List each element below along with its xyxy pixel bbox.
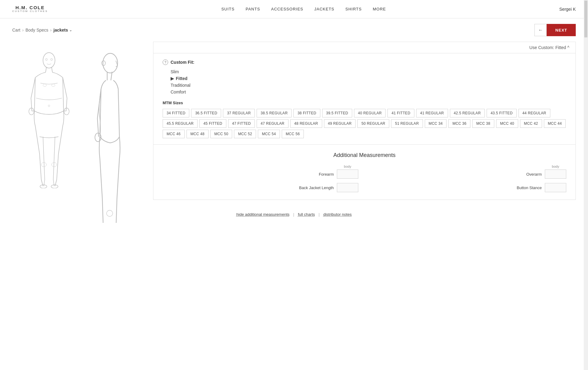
svg-point-12: [46, 59, 47, 61]
size-btn-45.5-regular[interactable]: 45.5 REGULAR: [163, 119, 198, 128]
scrollbar-thumb[interactable]: [584, 1, 587, 37]
breadcrumb-dropdown-icon[interactable]: ⌄: [69, 28, 72, 32]
breadcrumb-cart[interactable]: Cart: [12, 28, 20, 32]
use-custom-bar[interactable]: Use Custom: Fitted ^: [153, 42, 576, 53]
meas-col-left: Forearm Back Jacket Length: [163, 170, 358, 192]
size-btn-34-fitted[interactable]: 34 FITTED: [163, 109, 189, 117]
svg-line-1: [46, 67, 47, 72]
size-btn-mcc-50[interactable]: MCC 50: [210, 130, 232, 138]
size-btn-41-regular[interactable]: 41 REGULAR: [416, 109, 448, 117]
breadcrumb: Cart › Body Specs › jackets ⌄: [12, 28, 72, 32]
svg-point-13: [51, 59, 53, 61]
right-panel: Use Custom: Fitted ^ ? Custom Fit: Slim …: [153, 42, 576, 200]
size-btn-mcc-34[interactable]: MCC 34: [425, 119, 447, 128]
size-btn-45-fitted[interactable]: 45 FITTED: [199, 119, 226, 128]
size-btn-47-regular[interactable]: 47 REGULAR: [257, 119, 288, 128]
fit-option-slim[interactable]: Slim: [171, 69, 566, 74]
nav-jackets[interactable]: JACKETS: [314, 7, 334, 11]
meas-label-back-jacket: Back Jacket Length: [163, 185, 334, 190]
meas-input-overarm[interactable]: [545, 170, 566, 179]
size-btn-mcc-42[interactable]: MCC 42: [520, 119, 542, 128]
meas-input-back-jacket[interactable]: [337, 183, 358, 192]
sizes-grid: 34 FITTED36.5 FITTED37 REGULAR38.5 REGUL…: [163, 109, 566, 138]
size-btn-mcc-44[interactable]: MCC 44: [544, 119, 566, 128]
scrollbar-track: [584, 0, 588, 223]
meas-item-back-jacket: Back Jacket Length: [163, 183, 358, 192]
svg-point-11: [64, 108, 69, 115]
size-btn-36.5-fitted[interactable]: 36.5 FITTED: [191, 109, 221, 117]
additional-measurements: Additional Measurements body body Forear…: [153, 145, 576, 200]
size-btn-48-regular[interactable]: 48 REGULAR: [290, 119, 322, 128]
svg-point-5: [43, 84, 46, 86]
fit-options: Slim ▶ Fitted Traditional Comfort: [163, 69, 566, 94]
meas-cols-wrapper: Forearm Back Jacket Length Overarm Butto…: [163, 170, 566, 192]
size-btn-47-fitted[interactable]: 47 FITTED: [228, 119, 255, 128]
size-btn-41-fitted[interactable]: 41 FITTED: [387, 109, 414, 117]
col-header-body-left: body: [337, 165, 358, 168]
full-charts-link[interactable]: full charts: [298, 212, 315, 217]
body-figure-side: [89, 51, 132, 186]
meas-input-forearm[interactable]: [337, 170, 358, 179]
size-btn-40-regular[interactable]: 40 REGULAR: [354, 109, 386, 117]
fit-option-traditional[interactable]: Traditional: [171, 83, 566, 88]
next-button[interactable]: NEXT: [547, 24, 576, 36]
size-btn-38.5-regular[interactable]: 38.5 REGULAR: [257, 109, 292, 117]
nav-pants[interactable]: PANTS: [246, 7, 260, 11]
nav-shirts[interactable]: SHIRTS: [345, 7, 362, 11]
back-button[interactable]: ←: [534, 24, 547, 36]
nav-suits[interactable]: SUITS: [221, 7, 235, 11]
breadcrumb-current: jackets ⌄: [54, 28, 72, 32]
size-btn-43.5-fitted[interactable]: 43.5 FITTED: [487, 109, 517, 117]
distributor-notes-link[interactable]: distributor notes: [323, 212, 352, 217]
nav-more[interactable]: MORE: [373, 7, 386, 11]
size-btn-44-regular[interactable]: 44 REGULAR: [518, 109, 550, 117]
svg-line-2: [51, 67, 52, 72]
size-btn-mcc-46[interactable]: MCC 46: [163, 130, 185, 138]
footer-sep-1: |: [293, 212, 294, 217]
meas-headers-row: body body: [163, 165, 566, 168]
fit-option-fitted-label: Fitted: [176, 76, 187, 81]
hide-additional-link[interactable]: hide additional measurements: [236, 212, 289, 217]
footer-sep-2: |: [318, 212, 319, 217]
svg-point-10: [29, 108, 34, 115]
fit-option-comfort[interactable]: Comfort: [171, 90, 566, 94]
svg-point-3: [40, 185, 47, 188]
size-btn-mcc-48[interactable]: MCC 48: [187, 130, 209, 138]
main-content: Use Custom: Fitted ^ ? Custom Fit: Slim …: [0, 42, 588, 206]
size-btn-42.5-regular[interactable]: 42.5 REGULAR: [450, 109, 485, 117]
fit-option-fitted[interactable]: ▶ Fitted: [171, 76, 566, 81]
size-btn-37-regular[interactable]: 37 REGULAR: [223, 109, 255, 117]
size-btn-39.5-fitted[interactable]: 39.5 FITTED: [322, 109, 352, 117]
user-name: Sergei K: [559, 7, 576, 12]
size-btn-mcc-52[interactable]: MCC 52: [234, 130, 256, 138]
size-btn-38-fitted[interactable]: 38 FITTED: [293, 109, 320, 117]
meas-item-forearm: Forearm: [163, 170, 358, 179]
custom-fit-header: ? Custom Fit:: [163, 59, 566, 65]
size-btn-50-regular[interactable]: 50 REGULAR: [357, 119, 389, 128]
size-btn-mcc-54[interactable]: MCC 54: [258, 130, 280, 138]
breadcrumb-sep-2: ›: [50, 28, 52, 32]
size-btn-49-regular[interactable]: 49 REGULAR: [324, 119, 356, 128]
svg-point-20: [102, 61, 105, 66]
size-btn-51-regular[interactable]: 51 REGULAR: [391, 119, 423, 128]
col-header-cell-left: body: [163, 165, 358, 168]
main-nav: SUITS PANTS ACCESSORIES JACKETS SHIRTS M…: [221, 7, 386, 11]
breadcrumb-body-specs[interactable]: Body Specs: [25, 28, 48, 32]
add-meas-title: Additional Measurements: [163, 152, 566, 158]
size-btn-mcc-56[interactable]: MCC 56: [282, 130, 304, 138]
fit-arrow: ▶: [171, 76, 174, 81]
breadcrumb-sep-1: ›: [22, 28, 24, 32]
header: H.M. COLE CUSTOM CLOTHES SUITS PANTS ACC…: [0, 0, 588, 18]
figure-area: [12, 42, 147, 200]
size-btn-mcc-36[interactable]: MCC 36: [448, 119, 470, 128]
size-btn-mcc-38[interactable]: MCC 38: [472, 119, 494, 128]
svg-point-0: [43, 53, 55, 68]
svg-point-4: [51, 185, 58, 188]
side-figure-svg: [89, 51, 132, 223]
use-custom-label[interactable]: Use Custom: Fitted ^: [530, 45, 569, 50]
size-btn-mcc-40[interactable]: MCC 40: [496, 119, 518, 128]
meas-input-button-stance[interactable]: [545, 183, 566, 192]
help-icon[interactable]: ?: [163, 59, 168, 65]
col-header-body-right: body: [545, 165, 566, 168]
nav-accessories[interactable]: ACCESSORIES: [271, 7, 303, 11]
